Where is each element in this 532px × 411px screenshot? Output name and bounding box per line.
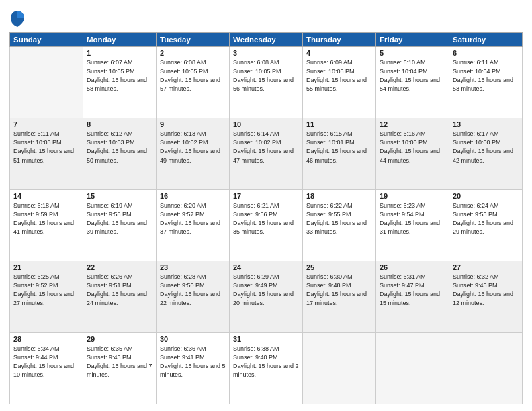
day-info: Sunrise: 6:38 AMSunset: 9:40 PMDaylight:…	[233, 345, 299, 379]
calendar-day-cell	[303, 332, 376, 404]
calendar-day-cell: 8Sunrise: 6:12 AMSunset: 10:03 PMDayligh…	[83, 118, 157, 189]
day-number: 5	[380, 49, 445, 57]
calendar-day-cell: 16Sunrise: 6:20 AMSunset: 9:57 PMDayligh…	[157, 189, 230, 261]
day-info: Sunrise: 6:11 AMSunset: 10:04 PMDaylight…	[453, 58, 519, 93]
day-number: 23	[160, 263, 226, 271]
calendar-day-cell: 18Sunrise: 6:22 AMSunset: 9:55 PMDayligh…	[303, 189, 376, 261]
calendar-day-cell: 3Sunrise: 6:08 AMSunset: 10:05 PMDayligh…	[230, 47, 303, 118]
calendar-day-cell: 19Sunrise: 6:23 AMSunset: 9:54 PMDayligh…	[376, 189, 449, 261]
calendar-day-cell: 9Sunrise: 6:13 AMSunset: 10:02 PMDayligh…	[157, 118, 230, 189]
day-number: 20	[453, 192, 519, 200]
day-number: 3	[233, 49, 299, 57]
day-number: 28	[13, 335, 79, 343]
day-info: Sunrise: 6:22 AMSunset: 9:55 PMDaylight:…	[306, 201, 372, 236]
day-number: 15	[87, 192, 152, 200]
day-info: Sunrise: 6:29 AMSunset: 9:49 PMDaylight:…	[233, 273, 299, 308]
calendar-header-cell: Tuesday	[157, 33, 230, 47]
calendar-week-row: 14Sunrise: 6:18 AMSunset: 9:59 PMDayligh…	[10, 189, 523, 261]
calendar-day-cell: 24Sunrise: 6:29 AMSunset: 9:49 PMDayligh…	[230, 261, 303, 332]
day-number: 12	[380, 120, 445, 128]
day-number: 19	[380, 192, 445, 200]
day-number: 22	[87, 263, 152, 271]
day-number: 26	[380, 263, 445, 271]
calendar-day-cell: 22Sunrise: 6:26 AMSunset: 9:51 PMDayligh…	[83, 261, 157, 332]
logo	[9, 9, 28, 28]
calendar-header-cell: Wednesday	[230, 33, 303, 47]
calendar-day-cell: 2Sunrise: 6:08 AMSunset: 10:05 PMDayligh…	[157, 47, 230, 118]
day-info: Sunrise: 6:34 AMSunset: 9:44 PMDaylight:…	[13, 345, 79, 379]
calendar-day-cell: 13Sunrise: 6:17 AMSunset: 10:00 PMDaylig…	[449, 118, 523, 189]
day-number: 9	[160, 120, 226, 128]
calendar-day-cell: 7Sunrise: 6:11 AMSunset: 10:03 PMDayligh…	[10, 118, 83, 189]
day-number: 24	[233, 263, 299, 271]
calendar-day-cell: 5Sunrise: 6:10 AMSunset: 10:04 PMDayligh…	[376, 47, 449, 118]
day-info: Sunrise: 6:26 AMSunset: 9:51 PMDaylight:…	[87, 273, 152, 308]
day-number: 11	[306, 120, 372, 128]
day-info: Sunrise: 6:13 AMSunset: 10:02 PMDaylight…	[160, 130, 226, 165]
day-number: 14	[13, 192, 79, 200]
calendar-day-cell: 23Sunrise: 6:28 AMSunset: 9:50 PMDayligh…	[157, 261, 230, 332]
day-number: 21	[13, 263, 79, 271]
calendar-week-row: 1Sunrise: 6:07 AMSunset: 10:05 PMDayligh…	[10, 47, 523, 118]
calendar-day-cell: 1Sunrise: 6:07 AMSunset: 10:05 PMDayligh…	[83, 47, 157, 118]
calendar-day-cell: 28Sunrise: 6:34 AMSunset: 9:44 PMDayligh…	[10, 332, 83, 404]
calendar-body: 1Sunrise: 6:07 AMSunset: 10:05 PMDayligh…	[10, 47, 523, 404]
day-info: Sunrise: 6:20 AMSunset: 9:57 PMDaylight:…	[160, 201, 226, 236]
calendar-day-cell	[10, 47, 83, 118]
calendar-header-cell: Friday	[376, 33, 449, 47]
calendar-header-cell: Thursday	[303, 33, 376, 47]
calendar-day-cell: 21Sunrise: 6:25 AMSunset: 9:52 PMDayligh…	[10, 261, 83, 332]
day-info: Sunrise: 6:15 AMSunset: 10:01 PMDaylight…	[306, 130, 372, 165]
day-number: 16	[160, 192, 226, 200]
day-info: Sunrise: 6:25 AMSunset: 9:52 PMDaylight:…	[13, 273, 79, 308]
day-info: Sunrise: 6:09 AMSunset: 10:05 PMDaylight…	[306, 58, 372, 93]
day-info: Sunrise: 6:36 AMSunset: 9:41 PMDaylight:…	[160, 345, 226, 379]
calendar-day-cell: 20Sunrise: 6:24 AMSunset: 9:53 PMDayligh…	[449, 189, 523, 261]
day-number: 10	[233, 120, 299, 128]
calendar-day-cell: 27Sunrise: 6:32 AMSunset: 9:45 PMDayligh…	[449, 261, 523, 332]
day-info: Sunrise: 6:18 AMSunset: 9:59 PMDaylight:…	[13, 201, 79, 236]
calendar-day-cell: 11Sunrise: 6:15 AMSunset: 10:01 PMDaylig…	[303, 118, 376, 189]
calendar-day-cell: 12Sunrise: 6:16 AMSunset: 10:00 PMDaylig…	[376, 118, 449, 189]
day-number: 2	[160, 49, 226, 57]
day-info: Sunrise: 6:28 AMSunset: 9:50 PMDaylight:…	[160, 273, 226, 308]
calendar-day-cell: 14Sunrise: 6:18 AMSunset: 9:59 PMDayligh…	[10, 189, 83, 261]
day-info: Sunrise: 6:31 AMSunset: 9:47 PMDaylight:…	[380, 273, 445, 308]
calendar-header-cell: Sunday	[10, 33, 83, 47]
day-number: 6	[453, 49, 519, 57]
logo-icon	[9, 9, 26, 28]
calendar-week-row: 21Sunrise: 6:25 AMSunset: 9:52 PMDayligh…	[10, 261, 523, 332]
day-number: 27	[453, 263, 519, 271]
day-number: 30	[160, 335, 226, 343]
calendar-week-row: 7Sunrise: 6:11 AMSunset: 10:03 PMDayligh…	[10, 118, 523, 189]
day-number: 17	[233, 192, 299, 200]
page: SundayMondayTuesdayWednesdayThursdayFrid…	[0, 0, 532, 411]
calendar: SundayMondayTuesdayWednesdayThursdayFrid…	[9, 32, 523, 404]
day-info: Sunrise: 6:08 AMSunset: 10:05 PMDaylight…	[160, 58, 226, 93]
day-info: Sunrise: 6:14 AMSunset: 10:02 PMDaylight…	[233, 130, 299, 165]
day-info: Sunrise: 6:24 AMSunset: 9:53 PMDaylight:…	[453, 201, 519, 236]
day-info: Sunrise: 6:07 AMSunset: 10:05 PMDaylight…	[87, 58, 152, 93]
calendar-day-cell: 31Sunrise: 6:38 AMSunset: 9:40 PMDayligh…	[230, 332, 303, 404]
day-info: Sunrise: 6:19 AMSunset: 9:58 PMDaylight:…	[87, 201, 152, 236]
day-info: Sunrise: 6:30 AMSunset: 9:48 PMDaylight:…	[306, 273, 372, 308]
day-info: Sunrise: 6:35 AMSunset: 9:43 PMDaylight:…	[87, 345, 152, 379]
day-info: Sunrise: 6:32 AMSunset: 9:45 PMDaylight:…	[453, 273, 519, 308]
day-info: Sunrise: 6:10 AMSunset: 10:04 PMDaylight…	[380, 58, 445, 93]
calendar-week-row: 28Sunrise: 6:34 AMSunset: 9:44 PMDayligh…	[10, 332, 523, 404]
day-number: 7	[13, 120, 79, 128]
calendar-day-cell: 15Sunrise: 6:19 AMSunset: 9:58 PMDayligh…	[83, 189, 157, 261]
day-info: Sunrise: 6:21 AMSunset: 9:56 PMDaylight:…	[233, 201, 299, 236]
day-number: 25	[306, 263, 372, 271]
calendar-day-cell: 4Sunrise: 6:09 AMSunset: 10:05 PMDayligh…	[303, 47, 376, 118]
calendar-header-cell: Monday	[83, 33, 157, 47]
day-info: Sunrise: 6:08 AMSunset: 10:05 PMDaylight…	[233, 58, 299, 93]
calendar-day-cell: 6Sunrise: 6:11 AMSunset: 10:04 PMDayligh…	[449, 47, 523, 118]
day-info: Sunrise: 6:12 AMSunset: 10:03 PMDaylight…	[87, 130, 152, 165]
day-number: 31	[233, 335, 299, 343]
day-number: 29	[87, 335, 152, 343]
day-info: Sunrise: 6:17 AMSunset: 10:00 PMDaylight…	[453, 130, 519, 165]
day-info: Sunrise: 6:11 AMSunset: 10:03 PMDaylight…	[13, 130, 79, 165]
calendar-header-row: SundayMondayTuesdayWednesdayThursdayFrid…	[10, 33, 523, 47]
day-number: 13	[453, 120, 519, 128]
